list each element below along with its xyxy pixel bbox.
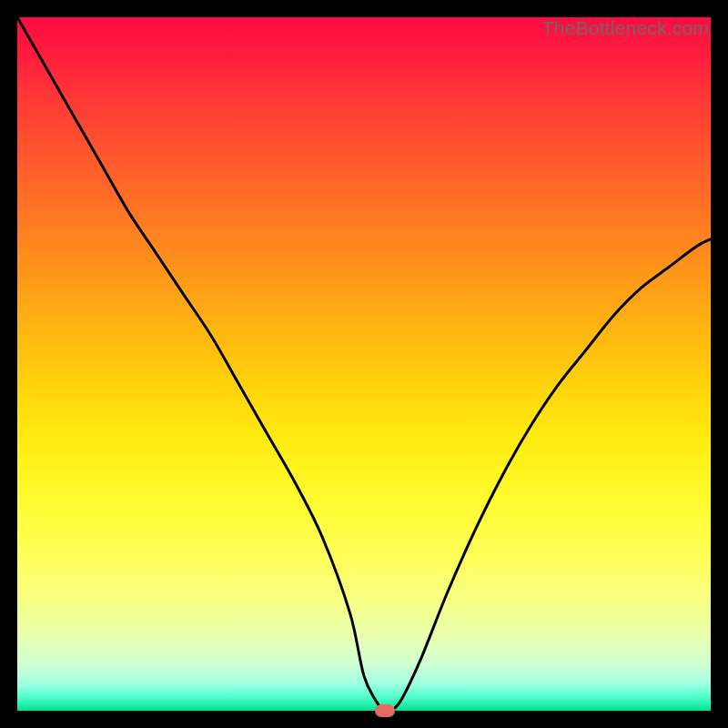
- bottleneck-curve: [17, 17, 711, 711]
- watermark-text: TheBottleneck.com: [542, 17, 709, 39]
- minimum-marker: [375, 704, 395, 717]
- plot-area: TheBottleneck.com: [17, 17, 711, 711]
- chart-frame: TheBottleneck.com: [0, 0, 728, 728]
